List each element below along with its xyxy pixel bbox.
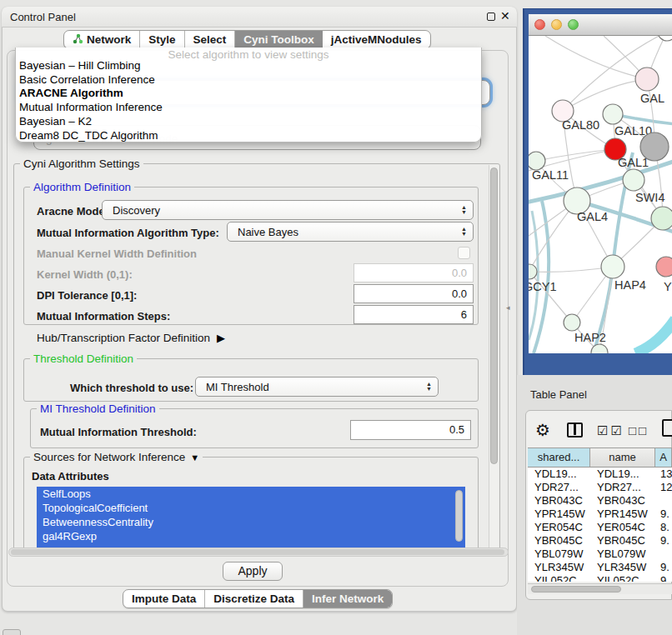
- data-attribute-item[interactable]: TopologicalCoefficient: [37, 501, 465, 515]
- algorithm-option[interactable]: Basic Correlation Inference: [19, 73, 479, 88]
- network-node[interactable]: [658, 36, 672, 41]
- table-cell: YBR045C: [528, 534, 590, 548]
- tab-discretize-data[interactable]: Discretize Data: [205, 590, 303, 608]
- node-label: HAP4: [614, 278, 646, 292]
- tab-jactivemnodules[interactable]: jActiveMNodules: [323, 31, 430, 48]
- table-row[interactable]: YDL19...YDL19...13: [528, 468, 672, 481]
- table-row[interactable]: YLR345WYLR345W9.: [528, 561, 672, 574]
- node-label: GAL1: [618, 156, 649, 169]
- table-hscrollbar-thumb[interactable]: [531, 586, 621, 592]
- algorithm-option[interactable]: Dream8 DC_TDC Algorithm: [19, 129, 479, 143]
- network-node-y[interactable]: [656, 257, 672, 277]
- network-node-hap4[interactable]: [601, 255, 624, 278]
- network-node[interactable]: [640, 132, 669, 161]
- combo-spinner-icon: ▲▼: [426, 382, 438, 392]
- network-window-titlebar[interactable]: [529, 14, 672, 36]
- mi-type-combobox[interactable]: Naive Bayes ▲▼: [227, 222, 474, 242]
- hub-definition-expander[interactable]: Hub/Transcription Factor Definition ▶: [37, 332, 225, 344]
- node-label: GAL80: [562, 118, 599, 132]
- network-node-gal11[interactable]: [529, 152, 545, 170]
- table-row[interactable]: YBR043CYBR043C: [528, 494, 672, 508]
- table-row[interactable]: YBR045CYBR045C9.: [528, 534, 672, 548]
- network-node[interactable]: [591, 344, 608, 353]
- minimize-traffic-icon[interactable]: [551, 19, 562, 30]
- mi-threshold-label: Mutual Information Threshold:: [40, 426, 197, 438]
- dpi-tolerance-label: DPI Tolerance [0,1]:: [37, 289, 137, 302]
- network-node[interactable]: [651, 207, 672, 230]
- network-canvas[interactable]: GALGAL80GAL10GAL1GAL11SWI4GAL4GCY1HAP4YH…: [529, 36, 672, 353]
- network-tab-icon: [73, 33, 83, 47]
- settings-hscrollbar-thumb[interactable]: [11, 549, 504, 555]
- attributes-scrollbar-thumb[interactable]: [455, 490, 463, 542]
- node-label: GAL4: [577, 210, 608, 223]
- table-rows: YDL19...YDL19...13YDR27...YDR27...12YBR0…: [528, 468, 672, 582]
- table-cell: 12: [655, 481, 672, 494]
- control-panel-titlebar[interactable]: [2, 7, 517, 28]
- algorithm-option-list: Bayesian – Hill ClimbingBasic Correlatio…: [19, 59, 479, 142]
- sources-expander[interactable]: Sources for Network Inference ▼: [30, 451, 203, 463]
- table-cell: YPR145W: [528, 508, 590, 521]
- control-panel-tabbar: Network Style Select Cyni Toolbox jActiv…: [63, 30, 431, 49]
- table-cell: YIL052C: [590, 574, 655, 582]
- which-threshold-combobox[interactable]: MI Threshold ▲▼: [195, 377, 439, 397]
- table-cell: YDL19...: [528, 468, 590, 481]
- algorithm-option[interactable]: Bayesian – Hill Climbing: [19, 59, 479, 73]
- network-node-swi4[interactable]: [623, 169, 644, 191]
- gear-icon[interactable]: ⚙: [535, 420, 550, 440]
- settings-scrollbar-thumb[interactable]: [490, 168, 498, 464]
- algorithm-option[interactable]: Mutual Information Inference: [19, 101, 479, 115]
- corner-button[interactable]: [3, 629, 21, 635]
- apply-button[interactable]: Apply: [223, 562, 283, 581]
- network-node-gcy1[interactable]: [529, 264, 537, 279]
- float-window-icon[interactable]: [487, 12, 495, 21]
- table-cell: YBR043C: [590, 494, 655, 508]
- column-header[interactable]: name: [590, 448, 655, 467]
- table-row[interactable]: YDR27...YDR27...12: [528, 481, 672, 494]
- data-attribute-item[interactable]: gal4RGexp: [37, 529, 465, 543]
- table-cell: YBL079W: [590, 548, 655, 561]
- column-header[interactable]: A: [655, 448, 672, 467]
- close-traffic-icon[interactable]: [534, 19, 545, 30]
- deselect-all-checkboxes-icon[interactable]: □□: [629, 423, 649, 438]
- sources-title: Sources for Network Inference: [33, 451, 185, 463]
- control-panel-title: Control Panel: [10, 11, 76, 23]
- kernel-width-field[interactable]: 0.0: [354, 263, 474, 282]
- tab-infer-network[interactable]: Infer Network: [303, 590, 392, 608]
- table-row[interactable]: YIL052CYIL052C9.: [528, 574, 672, 582]
- network-node-hap2[interactable]: [564, 314, 580, 331]
- network-nodes[interactable]: GALGAL80GAL10GAL1GAL11SWI4GAL4GCY1HAP4YH…: [529, 36, 672, 353]
- tab-style[interactable]: Style: [140, 31, 184, 48]
- network-node-gal[interactable]: [635, 68, 659, 91]
- export-table-icon[interactable]: [662, 419, 672, 437]
- table-cell: YLR345W: [528, 561, 590, 574]
- close-icon[interactable]: ✕: [500, 9, 510, 22]
- tab-select[interactable]: Select: [185, 31, 236, 48]
- table-row[interactable]: YPR145WYPR145W9.: [528, 508, 672, 521]
- tab-network[interactable]: Network: [64, 31, 140, 48]
- dpi-tolerance-field[interactable]: 0.0: [354, 284, 474, 303]
- manual-kernel-checkbox[interactable]: [458, 247, 470, 259]
- table-row[interactable]: YER054CYER054C8.: [528, 521, 672, 534]
- select-all-checkboxes-icon[interactable]: ☑☑: [597, 423, 624, 438]
- node-label: HAP2: [574, 331, 606, 344]
- split-pane-handle-icon[interactable]: ◂: [506, 303, 510, 312]
- aracne-mode-combobox[interactable]: Discovery ▲▼: [102, 200, 474, 220]
- mi-type-value: Naive Bayes: [228, 226, 461, 238]
- data-attribute-item[interactable]: SelfLoops: [37, 487, 465, 501]
- data-attributes-list[interactable]: SelfLoopsTopologicalCoefficientBetweenne…: [37, 487, 465, 548]
- tab-cyni-toolbox[interactable]: Cyni Toolbox: [235, 31, 323, 48]
- network-node-gal10[interactable]: [603, 104, 623, 124]
- table-row[interactable]: YBL079WYBL079W: [528, 548, 672, 561]
- mi-steps-field[interactable]: 6: [354, 305, 474, 324]
- columns-icon[interactable]: [567, 422, 583, 438]
- mi-steps-label: Mutual Information Steps:: [37, 310, 170, 322]
- algorithm-option[interactable]: ARACNE Algorithm: [19, 87, 479, 101]
- data-attribute-item[interactable]: BetweennessCentrality: [37, 515, 465, 529]
- table-cell: 13: [655, 468, 672, 481]
- zoom-traffic-icon[interactable]: [568, 19, 579, 30]
- table-cell: 9.: [655, 508, 672, 521]
- tab-impute-data[interactable]: Impute Data: [123, 590, 205, 608]
- mi-threshold-field[interactable]: 0.5: [350, 420, 471, 440]
- algorithm-option[interactable]: Bayesian – K2: [19, 115, 479, 129]
- column-header[interactable]: shared...: [528, 448, 590, 467]
